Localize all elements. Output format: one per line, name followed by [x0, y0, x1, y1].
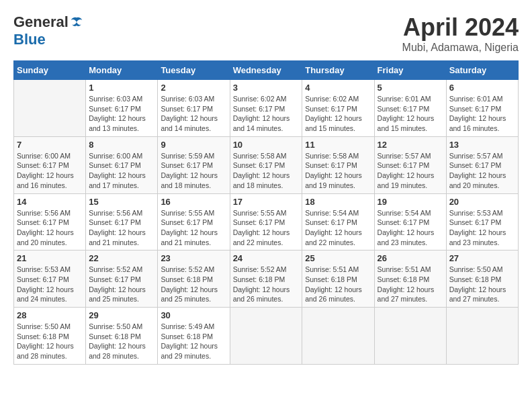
day-number: 22 — [89, 253, 154, 263]
day-info: Sunrise: 6:00 AMSunset: 6:17 PMDaylight:… — [17, 151, 83, 191]
calendar-cell: 28Sunrise: 5:50 AMSunset: 6:18 PMDayligh… — [14, 308, 86, 365]
day-number: 28 — [17, 310, 83, 320]
day-info: Sunrise: 5:58 AMSunset: 6:17 PMDaylight:… — [305, 151, 371, 191]
calendar-cell: 16Sunrise: 5:55 AMSunset: 6:17 PMDayligh… — [158, 193, 230, 250]
calendar-cell: 12Sunrise: 5:57 AMSunset: 6:17 PMDayligh… — [374, 136, 446, 193]
calendar-cell: 19Sunrise: 5:54 AMSunset: 6:17 PMDayligh… — [374, 193, 446, 250]
day-info: Sunrise: 5:54 AMSunset: 6:17 PMDaylight:… — [305, 208, 371, 248]
calendar-cell: 14Sunrise: 5:56 AMSunset: 6:17 PMDayligh… — [14, 193, 86, 250]
calendar-week-row: 7Sunrise: 6:00 AMSunset: 6:17 PMDaylight… — [14, 136, 519, 193]
day-info: Sunrise: 6:02 AMSunset: 6:17 PMDaylight:… — [305, 94, 371, 134]
day-info: Sunrise: 5:58 AMSunset: 6:17 PMDaylight:… — [233, 151, 300, 191]
day-info: Sunrise: 5:53 AMSunset: 6:17 PMDaylight:… — [449, 208, 515, 248]
day-info: Sunrise: 5:55 AMSunset: 6:17 PMDaylight:… — [233, 208, 300, 248]
day-info: Sunrise: 5:59 AMSunset: 6:17 PMDaylight:… — [161, 151, 226, 191]
day-info: Sunrise: 6:03 AMSunset: 6:17 PMDaylight:… — [161, 94, 226, 134]
calendar-cell: 18Sunrise: 5:54 AMSunset: 6:17 PMDayligh… — [302, 193, 374, 250]
calendar-cell: 17Sunrise: 5:55 AMSunset: 6:17 PMDayligh… — [230, 193, 302, 250]
day-info: Sunrise: 5:53 AMSunset: 6:17 PMDaylight:… — [17, 265, 83, 304]
calendar-cell — [446, 308, 518, 365]
calendar-cell: 4Sunrise: 6:02 AMSunset: 6:17 PMDaylight… — [302, 80, 374, 137]
calendar-title: April 2024 — [402, 13, 519, 42]
day-number: 20 — [449, 197, 515, 207]
page-header: General Blue April 2024 Mubi, Adamawa, N… — [13, 13, 519, 54]
day-number: 26 — [378, 253, 443, 263]
calendar-cell: 24Sunrise: 5:52 AMSunset: 6:18 PMDayligh… — [230, 250, 302, 308]
day-info: Sunrise: 6:01 AMSunset: 6:17 PMDaylight:… — [449, 94, 515, 134]
day-number: 7 — [17, 140, 83, 150]
day-number: 27 — [449, 253, 515, 263]
day-number: 17 — [233, 197, 300, 207]
calendar-cell: 22Sunrise: 5:52 AMSunset: 6:17 PMDayligh… — [86, 250, 158, 308]
calendar-week-row: 28Sunrise: 5:50 AMSunset: 6:18 PMDayligh… — [14, 308, 519, 365]
day-number: 4 — [305, 83, 371, 93]
day-info: Sunrise: 5:50 AMSunset: 6:18 PMDaylight:… — [89, 322, 154, 361]
weekday-header: Sunday — [14, 61, 86, 80]
day-number: 18 — [305, 197, 371, 207]
day-number: 24 — [233, 253, 300, 263]
logo-blue: Blue — [13, 31, 46, 48]
weekday-header: Friday — [374, 61, 446, 80]
calendar-week-row: 14Sunrise: 5:56 AMSunset: 6:17 PMDayligh… — [14, 193, 519, 250]
day-number: 15 — [89, 197, 154, 207]
calendar-cell: 10Sunrise: 5:58 AMSunset: 6:17 PMDayligh… — [230, 136, 302, 193]
day-number: 5 — [378, 83, 443, 93]
day-number: 8 — [89, 140, 154, 150]
calendar-week-row: 1Sunrise: 6:03 AMSunset: 6:17 PMDaylight… — [14, 80, 519, 137]
weekday-header: Saturday — [446, 61, 518, 80]
day-info: Sunrise: 5:57 AMSunset: 6:17 PMDaylight:… — [378, 151, 443, 191]
logo-general: General — [13, 13, 69, 31]
weekday-header: Monday — [86, 61, 158, 80]
day-number: 29 — [89, 310, 154, 320]
day-number: 30 — [161, 310, 226, 320]
calendar-cell — [14, 80, 86, 137]
calendar-cell: 29Sunrise: 5:50 AMSunset: 6:18 PMDayligh… — [86, 308, 158, 365]
calendar-cell: 23Sunrise: 5:52 AMSunset: 6:18 PMDayligh… — [158, 250, 230, 308]
day-number: 9 — [161, 140, 226, 150]
day-number: 3 — [233, 83, 300, 93]
day-number: 16 — [161, 197, 226, 207]
day-info: Sunrise: 5:55 AMSunset: 6:17 PMDaylight:… — [161, 208, 226, 248]
calendar-cell: 9Sunrise: 5:59 AMSunset: 6:17 PMDaylight… — [158, 136, 230, 193]
day-info: Sunrise: 5:51 AMSunset: 6:18 PMDaylight:… — [378, 265, 443, 304]
calendar-cell — [374, 308, 446, 365]
calendar-header-row: SundayMondayTuesdayWednesdayThursdayFrid… — [14, 61, 519, 80]
weekday-header: Tuesday — [158, 61, 230, 80]
day-info: Sunrise: 5:54 AMSunset: 6:17 PMDaylight:… — [378, 208, 443, 248]
weekday-header: Thursday — [302, 61, 374, 80]
day-number: 19 — [378, 197, 443, 207]
day-number: 13 — [449, 140, 515, 150]
calendar-cell: 6Sunrise: 6:01 AMSunset: 6:17 PMDaylight… — [446, 80, 518, 137]
calendar-cell: 20Sunrise: 5:53 AMSunset: 6:17 PMDayligh… — [446, 193, 518, 250]
calendar-location: Mubi, Adamawa, Nigeria — [402, 42, 519, 54]
day-info: Sunrise: 5:51 AMSunset: 6:18 PMDaylight:… — [305, 265, 371, 304]
calendar-cell: 15Sunrise: 5:56 AMSunset: 6:17 PMDayligh… — [86, 193, 158, 250]
calendar-week-row: 21Sunrise: 5:53 AMSunset: 6:17 PMDayligh… — [14, 250, 519, 308]
day-info: Sunrise: 6:03 AMSunset: 6:17 PMDaylight:… — [89, 94, 154, 134]
day-info: Sunrise: 5:52 AMSunset: 6:18 PMDaylight:… — [233, 265, 300, 304]
day-info: Sunrise: 5:52 AMSunset: 6:17 PMDaylight:… — [89, 265, 154, 304]
day-info: Sunrise: 5:49 AMSunset: 6:18 PMDaylight:… — [161, 322, 226, 361]
day-number: 14 — [17, 197, 83, 207]
day-info: Sunrise: 6:00 AMSunset: 6:17 PMDaylight:… — [89, 151, 154, 191]
day-number: 11 — [305, 140, 371, 150]
day-info: Sunrise: 5:56 AMSunset: 6:17 PMDaylight:… — [17, 208, 83, 248]
day-info: Sunrise: 5:56 AMSunset: 6:17 PMDaylight:… — [89, 208, 154, 248]
day-number: 2 — [161, 83, 226, 93]
day-number: 12 — [378, 140, 443, 150]
logo-bird-icon — [70, 15, 83, 29]
calendar-cell: 25Sunrise: 5:51 AMSunset: 6:18 PMDayligh… — [302, 250, 374, 308]
calendar-cell: 26Sunrise: 5:51 AMSunset: 6:18 PMDayligh… — [374, 250, 446, 308]
day-number: 6 — [449, 83, 515, 93]
calendar-cell — [302, 308, 374, 365]
calendar-table: SundayMondayTuesdayWednesdayThursdayFrid… — [13, 60, 519, 365]
day-info: Sunrise: 6:02 AMSunset: 6:17 PMDaylight:… — [233, 94, 300, 134]
day-info: Sunrise: 5:50 AMSunset: 6:18 PMDaylight:… — [449, 265, 515, 304]
weekday-header: Wednesday — [230, 61, 302, 80]
title-block: April 2024 Mubi, Adamawa, Nigeria — [402, 13, 519, 54]
day-info: Sunrise: 6:01 AMSunset: 6:17 PMDaylight:… — [378, 94, 443, 134]
day-number: 21 — [17, 253, 83, 263]
calendar-cell: 30Sunrise: 5:49 AMSunset: 6:18 PMDayligh… — [158, 308, 230, 365]
calendar-cell: 8Sunrise: 6:00 AMSunset: 6:17 PMDaylight… — [86, 136, 158, 193]
calendar-cell: 1Sunrise: 6:03 AMSunset: 6:17 PMDaylight… — [86, 80, 158, 137]
